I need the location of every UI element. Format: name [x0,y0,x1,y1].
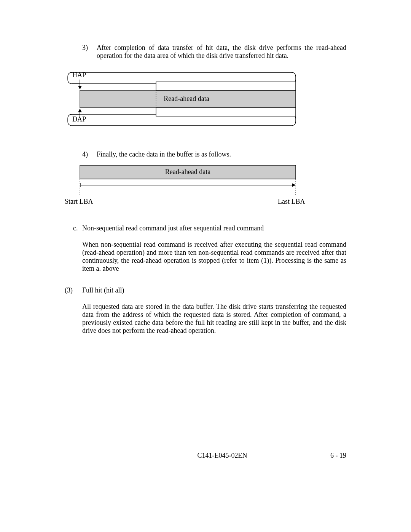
section-number: (3) [65,286,82,294]
sub-item-title: Non-sequential read command just after s… [82,224,346,232]
item-number: 3) [65,44,97,60]
list-item-4: 4) Finally, the cache data in the buffer… [65,150,346,158]
section-3: (3) Full hit (hit all) [65,286,346,294]
section-title: Full hit (hit all) [82,286,346,294]
sub-item-c-para: When non-sequential read command is rece… [82,241,346,273]
page-content: 3) After completion of data transfer of … [0,0,411,335]
read-ahead-label-2: Read-ahead data [80,168,296,176]
page-number: 6 - 19 [330,452,346,460]
read-ahead-label: Read-ahead data [65,95,308,103]
item-text: Finally, the cache data in the buffer is… [97,150,346,158]
doc-id: C141-E045-02EN [198,452,247,460]
svg-marker-14 [292,183,296,187]
last-lba-label: Last LBA [278,198,305,206]
diagram-cache-buffer: Read-ahead data Start LBA Last LBA [65,165,346,211]
svg-rect-8 [156,108,296,116]
start-lba-label: Start LBA [65,198,93,206]
item-text: After completion of data transfer of hit… [97,44,346,60]
svg-marker-3 [78,109,82,112]
svg-marker-1 [78,86,82,89]
page-footer: C141-E045-02EN 6 - 19 [0,452,411,460]
diagram-read-ahead-pointers: HAP DAP Read-ahead data [65,67,346,135]
hap-label: HAP [72,71,86,79]
section-3-para: All requested data are stored in the dat… [82,303,346,335]
list-item-3: 3) After completion of data transfer of … [65,44,346,60]
svg-rect-7 [156,82,296,90]
letter-marker: c. [65,224,82,232]
item-number: 4) [65,150,97,158]
sub-item-c: c. Non-sequential read command just afte… [65,224,346,232]
dap-label: DAP [72,115,86,123]
